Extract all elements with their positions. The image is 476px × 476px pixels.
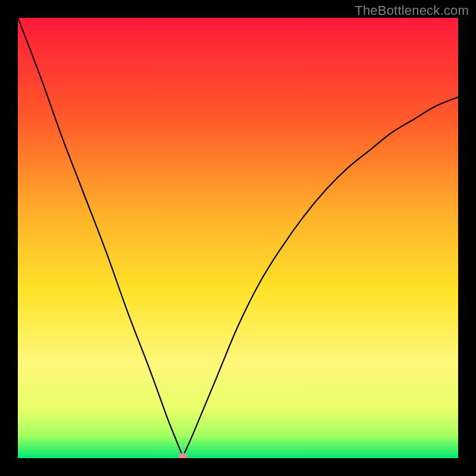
gradient-background — [18, 18, 458, 458]
plot-area — [18, 18, 458, 458]
chart-svg — [18, 18, 458, 458]
chart-frame: TheBottleneck.com — [0, 0, 476, 476]
watermark-text: TheBottleneck.com — [355, 3, 469, 18]
